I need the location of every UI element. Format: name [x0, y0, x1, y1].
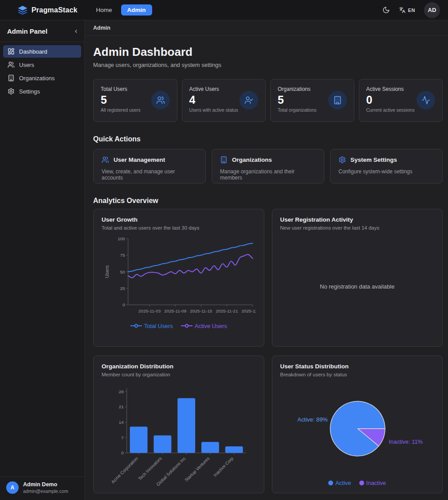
quick-action-user-management[interactable]: User ManagementView, create, and manage …	[93, 149, 206, 184]
stats-grid: Total Users5All registered usersActive U…	[93, 79, 443, 122]
legend-line-marker	[181, 324, 193, 328]
quick-actions-heading: Quick Actions	[93, 135, 443, 143]
nav-links: Home Admin	[93, 4, 152, 16]
chart-title: Organization Distribution	[102, 363, 256, 370]
gear-icon	[338, 156, 346, 164]
svg-text:Active: 89%: Active: 89%	[297, 416, 328, 423]
dashboard-icon	[8, 48, 15, 55]
chart-subtitle: Member count by organization	[102, 372, 256, 377]
stat-text: Active Users4Users with active status	[189, 86, 238, 115]
svg-text:14: 14	[119, 420, 124, 425]
svg-text:7: 7	[121, 435, 124, 440]
sidebar-user-name: Admin Demo	[23, 481, 68, 488]
svg-text:50: 50	[120, 269, 126, 274]
page-subtitle: Manage users, organizations, and system …	[93, 62, 443, 68]
svg-text:Inactive Corp: Inactive Corp	[212, 456, 235, 478]
top-navbar: PragmaStack Home Admin EN AD	[0, 0, 448, 20]
stat-desc: All registered users	[101, 107, 141, 113]
svg-text:2025-11-03: 2025-11-03	[138, 309, 161, 313]
building-icon	[8, 74, 15, 82]
registration-activity-chart: No registration data available	[280, 234, 435, 339]
user-status-chart[interactable]: Active: 89%Inactive: 11%ActiveInactive	[280, 381, 435, 486]
quick-action-system-settings[interactable]: System SettingsConfigure system-wide set…	[330, 149, 443, 184]
user-growth-chart[interactable]: 02550751002025-11-032025-11-092025-11-15…	[102, 234, 256, 339]
sidebar-title: Admin Panel	[7, 27, 47, 35]
building-icon	[220, 156, 228, 164]
svg-text:Startup Ventures: Startup Ventures	[184, 456, 210, 482]
layout: Admin Panel ‹ DashboardUsersOrganization…	[0, 20, 448, 500]
sidebar-header: Admin Panel ‹	[0, 20, 84, 42]
legend-dot-marker	[359, 480, 364, 485]
stat-value: 5	[278, 94, 317, 105]
sidebar-collapse-chevron-icon[interactable]: ‹	[75, 27, 77, 35]
svg-text:28: 28	[119, 389, 124, 394]
chart-title: User Status Distribution	[280, 363, 435, 370]
svg-text:Users: Users	[104, 265, 110, 278]
stat-card-active-users: Active Users4Users with active status	[182, 79, 266, 122]
svg-text:25: 25	[120, 286, 126, 291]
sidebar-item-label: Users	[19, 62, 34, 68]
sidebar: Admin Panel ‹ DashboardUsersOrganization…	[0, 20, 85, 500]
content: Admin Dashboard Manage users, organizati…	[85, 36, 448, 500]
sidebar-user-email: admin@example.com	[23, 488, 68, 494]
sidebar-nav: DashboardUsersOrganizationsSettings	[0, 42, 84, 477]
quick-action-desc: Configure system-wide settings	[338, 168, 434, 175]
svg-text:2025-11-15: 2025-11-15	[190, 309, 212, 313]
quick-action-title: Organizations	[232, 156, 272, 163]
legend-item: Active	[328, 480, 351, 486]
stat-text: Total Users5All registered users	[101, 86, 141, 115]
stat-card-active-sessions: Active Sessions0Current active sessions	[359, 79, 443, 122]
stat-text: Organizations5Total organizations	[278, 86, 317, 115]
stat-label: Total Users	[101, 86, 141, 92]
legend-line-marker	[130, 324, 142, 328]
chart-title: User Growth	[102, 216, 256, 223]
nav-link-home[interactable]: Home	[93, 4, 116, 16]
quick-action-desc: Manage organizations and their members	[220, 168, 316, 181]
moon-icon[interactable]	[382, 6, 390, 14]
language-switcher[interactable]: EN	[399, 7, 415, 13]
quick-action-title: User Management	[114, 156, 165, 163]
breadcrumb-bar: Admin	[85, 20, 448, 36]
sidebar-item-settings[interactable]: Settings	[3, 85, 81, 98]
svg-text:2025-11-09: 2025-11-09	[164, 309, 187, 313]
users-icon	[8, 61, 15, 68]
stat-label: Organizations	[278, 86, 317, 92]
stat-label: Active Sessions	[366, 86, 415, 92]
svg-text:100: 100	[118, 236, 125, 241]
registration-activity-card: User Registration Activity New user regi…	[272, 209, 443, 347]
main-area: Admin Admin Dashboard Manage users, orga…	[85, 20, 448, 500]
legend-item: Inactive	[359, 480, 386, 486]
navbar-right: EN AD	[382, 2, 440, 18]
stat-label: Active Users	[189, 86, 238, 92]
sidebar-item-organizations[interactable]: Organizations	[3, 72, 81, 84]
svg-text:75: 75	[120, 253, 126, 258]
quick-action-title: System Settings	[350, 156, 397, 163]
activity-icon	[417, 91, 435, 109]
sidebar-item-users[interactable]: Users	[3, 59, 81, 71]
languages-icon	[399, 7, 406, 13]
quick-action-header: User Management	[102, 156, 197, 164]
sidebar-user[interactable]: A Admin Demo admin@example.com	[0, 477, 84, 500]
quick-action-desc: View, create, and manage user accounts	[102, 168, 197, 181]
legend-item: Total Users	[130, 323, 173, 329]
empty-chart-message: No registration data available	[320, 283, 394, 290]
user-avatar[interactable]: AD	[424, 2, 440, 18]
svg-text:0: 0	[121, 450, 124, 455]
analytics-heading: Analytics Overview	[93, 197, 443, 205]
users-icon	[151, 91, 170, 109]
svg-text:2025-11-27: 2025-11-27	[241, 309, 255, 313]
sidebar-user-info: Admin Demo admin@example.com	[23, 481, 68, 494]
gear-icon	[8, 88, 15, 95]
page-title: Admin Dashboard	[93, 46, 443, 59]
legend-dot-marker	[328, 480, 333, 485]
org-distribution-chart[interactable]: 07142128Acme CorporationTech InnovatorsG…	[102, 381, 256, 487]
stat-value: 4	[189, 94, 238, 105]
nav-link-admin[interactable]: Admin	[121, 4, 152, 16]
quick-action-organizations[interactable]: OrganizationsManage organizations and th…	[212, 149, 324, 184]
svg-text:0: 0	[122, 302, 125, 307]
sidebar-item-dashboard[interactable]: Dashboard	[3, 45, 81, 58]
sidebar-item-label: Settings	[19, 88, 40, 95]
breadcrumb[interactable]: Admin	[93, 25, 110, 31]
brand: PragmaStack	[18, 5, 78, 15]
language-code: EN	[408, 8, 415, 13]
